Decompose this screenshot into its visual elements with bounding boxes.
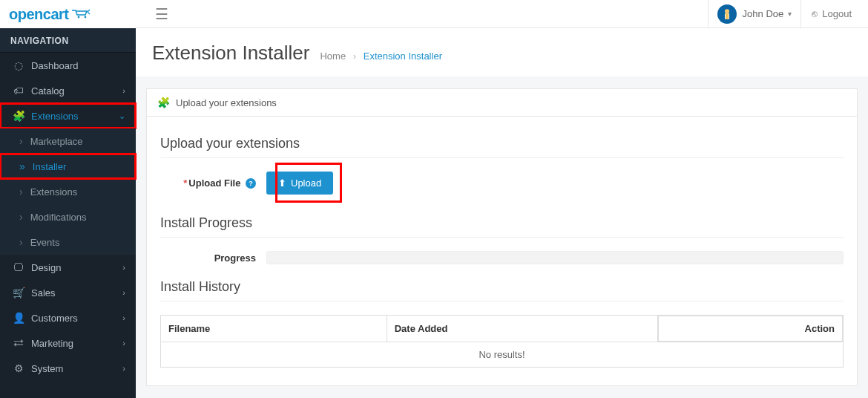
avatar: [717, 4, 737, 24]
col-filename[interactable]: Filename: [161, 316, 387, 342]
svg-point-0: [78, 16, 80, 19]
breadcrumb-current[interactable]: Extension Installer: [364, 50, 442, 62]
puzzle-icon: 🧩: [10, 110, 27, 122]
chevron-right-icon: ›: [122, 364, 125, 373]
section-history-title: Install History: [160, 279, 844, 301]
sidebar-item-catalog[interactable]: 🏷Catalog›: [0, 78, 136, 103]
sidebar-sub-marketplace[interactable]: Marketplace: [0, 128, 136, 154]
dashboard-icon: ◌: [10, 59, 27, 71]
sidebar-item-customers[interactable]: 👤Customers›: [0, 305, 136, 330]
sidebar-sub-extensions: Marketplace Installer Extensions Modific…: [0, 128, 136, 255]
brand-name: opencart: [9, 6, 68, 23]
cart-icon: 🛒: [10, 287, 27, 298]
share-icon: ⮂: [10, 337, 27, 349]
upload-label: *Upload File ?: [160, 177, 266, 189]
col-dateadded[interactable]: Date Added: [387, 316, 657, 342]
user-menu[interactable]: John Doe ▾: [708, 0, 801, 28]
sidebar-sub-events[interactable]: Events: [0, 229, 136, 255]
progress-bar: [266, 251, 844, 264]
sidebar-sub-modifications[interactable]: Modifications: [0, 204, 136, 229]
user-name: John Doe: [743, 8, 784, 19]
puzzle-icon: 🧩: [157, 97, 170, 108]
sidebar: opencart NAVIGATION ◌Dashboard 🏷Catalog›…: [0, 0, 136, 398]
section-progress-title: Install Progress: [160, 215, 844, 238]
logout-link[interactable]: ⎋ Logout: [800, 0, 862, 28]
panel-header: 🧩 Upload your extensions: [147, 89, 857, 117]
section-upload-title: Upload your extensions: [160, 136, 844, 158]
chevron-right-icon: ›: [122, 263, 125, 272]
chevron-right-icon: ›: [122, 86, 125, 95]
upload-icon: ⬆: [278, 177, 286, 189]
topbar: ☰ John Doe ▾ ⎋ Logout: [136, 0, 868, 28]
cart-icon: [71, 9, 92, 19]
upload-button[interactable]: ⬆ Upload: [266, 172, 333, 195]
brand-logo[interactable]: opencart: [0, 0, 136, 28]
sidebar-item-marketing[interactable]: ⮂Marketing›: [0, 330, 136, 356]
page-header: Extension Installer Home › Extension Ins…: [136, 28, 868, 76]
nav-header: NAVIGATION: [0, 28, 136, 53]
breadcrumb: Home › Extension Installer: [320, 50, 442, 62]
logout-icon: ⎋: [812, 8, 818, 19]
chevron-right-icon: ›: [122, 288, 125, 297]
caret-down-icon: ▾: [788, 10, 792, 18]
progress-label: Progress: [160, 252, 266, 264]
svg-point-2: [725, 9, 729, 13]
svg-rect-4: [725, 13, 729, 19]
sidebar-item-system[interactable]: ⚙System›: [0, 356, 136, 381]
sidebar-item-extensions[interactable]: 🧩Extensions⌄: [0, 103, 136, 128]
tag-icon: 🏷: [10, 85, 27, 97]
help-icon[interactable]: ?: [246, 178, 256, 189]
upload-row: *Upload File ? ⬆ Upload: [160, 172, 844, 195]
breadcrumb-home[interactable]: Home: [320, 50, 346, 62]
chevron-down-icon: ⌄: [119, 111, 125, 121]
svg-point-1: [85, 16, 87, 19]
sidebar-nav: ◌Dashboard 🏷Catalog› 🧩Extensions⌄ Market…: [0, 53, 136, 381]
page-title: Extension Installer: [152, 42, 309, 65]
panel: 🧩 Upload your extensions Upload your ext…: [146, 88, 858, 386]
history-table: Filename Date Added Action No results!: [160, 315, 844, 368]
sidebar-sub-extensions[interactable]: Extensions: [0, 179, 136, 204]
table-empty: No results!: [161, 342, 844, 368]
menu-toggle-button[interactable]: ☰: [149, 2, 174, 26]
monitor-icon: 🖵: [10, 261, 27, 273]
progress-row: Progress: [160, 251, 844, 264]
sidebar-item-sales[interactable]: 🛒Sales›: [0, 280, 136, 305]
chevron-right-icon: ›: [122, 313, 125, 322]
user-icon: 👤: [10, 312, 27, 324]
col-action: Action: [658, 316, 843, 342]
sidebar-item-design[interactable]: 🖵Design›: [0, 255, 136, 280]
sidebar-sub-installer[interactable]: Installer: [0, 154, 136, 179]
chevron-right-icon: ›: [122, 339, 125, 348]
sidebar-item-dashboard[interactable]: ◌Dashboard: [0, 53, 136, 78]
gear-icon: ⚙: [10, 362, 27, 374]
